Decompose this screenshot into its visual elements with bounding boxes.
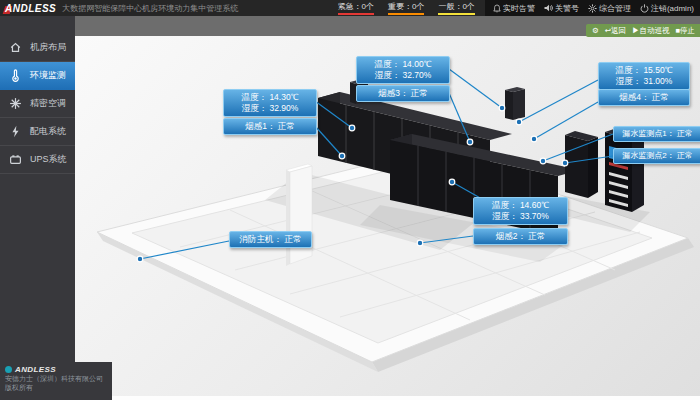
stop-button[interactable]: ■停止 bbox=[675, 26, 695, 36]
minor-alarm-counter[interactable]: 一般：0个 bbox=[438, 1, 474, 15]
app-logo: ANDLESS bbox=[0, 3, 62, 14]
back-button[interactable]: ↩返回 bbox=[605, 26, 626, 36]
footer-logo-text: ANDLESS bbox=[15, 365, 56, 374]
footer-logo-icon bbox=[5, 366, 12, 373]
header-menu: 实时告警 关警号 综合管理 bbox=[485, 0, 700, 16]
thermometer-icon bbox=[0, 69, 30, 82]
auto-patrol-button[interactable]: ▶自动巡视 bbox=[632, 26, 670, 36]
scene-control-bar: ⚙ ↩返回 ▶自动巡视 ■停止 bbox=[586, 24, 700, 37]
sidebar-item-precision-ac[interactable]: 精密空调 bbox=[0, 90, 75, 118]
scene-settings-button[interactable]: ⚙ bbox=[592, 26, 599, 35]
callout-fire-host: 消防主机： 正常 bbox=[229, 231, 312, 248]
sidebar-nav: 机房布局 环境监测 精密空调 配电系统 UPS系统 bbox=[0, 16, 75, 400]
sidebar-item-power-system[interactable]: 配电系统 bbox=[0, 118, 75, 146]
sidebar-item-room-layout[interactable]: 机房布局 bbox=[0, 34, 75, 62]
callout-temp-humidity-front: 温度： 14.60℃ 湿度： 33.70% bbox=[473, 197, 568, 225]
alarm-counters: 紧急：0个 重要：0个 一般：0个 bbox=[338, 1, 475, 15]
footer-company: 安德力士（深圳）科技有限公司 bbox=[5, 374, 112, 383]
callout-leak1: 漏水监测点1： 正常 bbox=[613, 126, 700, 142]
battery-icon bbox=[0, 153, 30, 166]
page-title: 大数据网智能保障中心机房环境动力集中管理系统 bbox=[62, 3, 238, 14]
callout-temp-humidity-left: 温度： 14.30℃ 湿度： 32.90% bbox=[223, 89, 317, 117]
bell-icon bbox=[493, 4, 501, 13]
home-icon bbox=[0, 41, 30, 54]
callout-temp-humidity-center: 温度： 14.00℃ 湿度： 32.70% bbox=[356, 56, 450, 84]
horn-icon bbox=[544, 4, 553, 12]
menu-item-logout[interactable]: 注销(admin) bbox=[640, 3, 694, 14]
footer-branding: ANDLESS 安德力士（深圳）科技有限公司 版权所有 bbox=[0, 362, 112, 400]
callout-smoke3: 烟感3： 正常 bbox=[356, 85, 450, 102]
app-header: ANDLESS 大数据网智能保障中心机房环境动力集中管理系统 紧急：0个 重要：… bbox=[0, 0, 700, 16]
minor-underline bbox=[438, 13, 474, 15]
callout-smoke4: 烟感4： 正常 bbox=[598, 89, 690, 106]
critical-alarm-counter[interactable]: 紧急：0个 bbox=[338, 1, 374, 15]
major-alarm-counter[interactable]: 重要：0个 bbox=[388, 1, 424, 15]
callout-smoke2: 烟感2： 正常 bbox=[473, 228, 568, 245]
major-underline bbox=[388, 13, 424, 15]
menu-item-mute-siren[interactable]: 关警号 bbox=[544, 3, 579, 14]
snowflake-icon bbox=[0, 97, 30, 110]
menu-item-realtime-alarm[interactable]: 实时告警 bbox=[493, 3, 535, 14]
viewport-bottom-strip bbox=[75, 396, 700, 400]
critical-underline bbox=[338, 13, 374, 15]
sidebar-item-env-monitoring[interactable]: 环境监测 bbox=[0, 62, 75, 90]
sidebar-item-ups-system[interactable]: UPS系统 bbox=[0, 146, 75, 174]
gear-icon bbox=[588, 4, 597, 13]
callout-smoke1: 烟感1： 正常 bbox=[223, 118, 317, 135]
lightning-icon bbox=[0, 125, 30, 138]
callout-leak2: 漏水监测点2： 正常 bbox=[613, 148, 700, 164]
callout-temp-humidity-right: 温度： 15.50℃ 湿度： 31.00% bbox=[598, 62, 690, 90]
footer-rights: 版权所有 bbox=[5, 383, 112, 392]
menu-item-management[interactable]: 综合管理 bbox=[588, 3, 631, 14]
power-icon bbox=[640, 4, 649, 13]
